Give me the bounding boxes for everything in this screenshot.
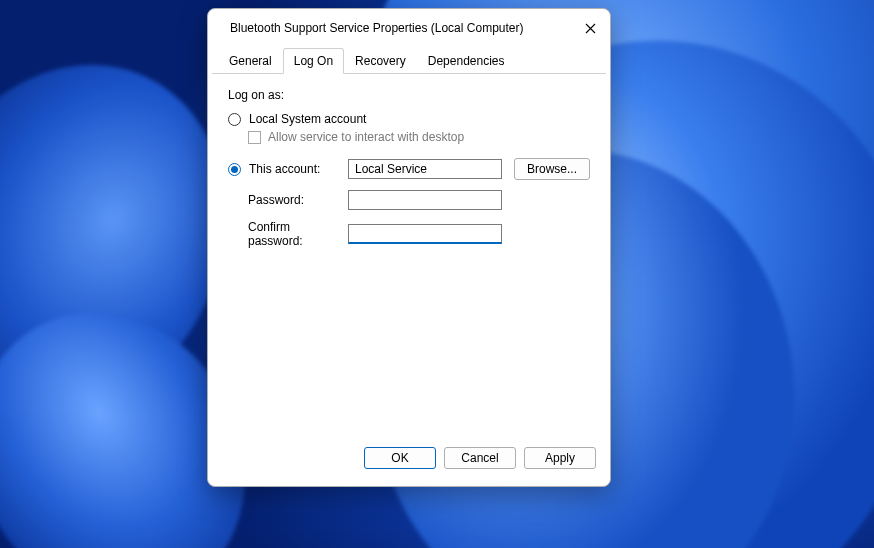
- tab-dependencies[interactable]: Dependencies: [417, 48, 516, 74]
- this-account-label: This account:: [249, 162, 320, 176]
- dialog-footer: OK Cancel Apply: [208, 440, 610, 486]
- local-system-label: Local System account: [249, 112, 366, 126]
- allow-interact-label: Allow service to interact with desktop: [268, 130, 464, 144]
- dialog-title: Bluetooth Support Service Properties (Lo…: [230, 21, 523, 35]
- radio-this-account[interactable]: [228, 163, 241, 176]
- confirm-password-input[interactable]: [348, 224, 502, 244]
- apply-button[interactable]: Apply: [524, 447, 596, 469]
- service-properties-dialog: Bluetooth Support Service Properties (Lo…: [207, 8, 611, 487]
- browse-button[interactable]: Browse...: [514, 158, 590, 180]
- checkbox-allow-interact: [248, 131, 261, 144]
- tab-body-logon: Log on as: Local System account Allow se…: [208, 74, 610, 440]
- tab-logon[interactable]: Log On: [283, 48, 344, 74]
- tab-recovery[interactable]: Recovery: [344, 48, 417, 74]
- account-input[interactable]: [348, 159, 502, 179]
- tab-general[interactable]: General: [218, 48, 283, 74]
- radio-local-system[interactable]: [228, 113, 241, 126]
- ok-button[interactable]: OK: [364, 447, 436, 469]
- close-icon: [585, 23, 596, 34]
- logon-as-label: Log on as:: [228, 88, 594, 102]
- password-input[interactable]: [348, 190, 502, 210]
- confirm-password-label: Confirm password:: [228, 220, 340, 248]
- password-label: Password:: [228, 193, 340, 207]
- close-button[interactable]: [576, 15, 604, 41]
- tabstrip: General Log On Recovery Dependencies: [212, 47, 606, 74]
- titlebar: Bluetooth Support Service Properties (Lo…: [208, 9, 610, 47]
- cancel-button[interactable]: Cancel: [444, 447, 516, 469]
